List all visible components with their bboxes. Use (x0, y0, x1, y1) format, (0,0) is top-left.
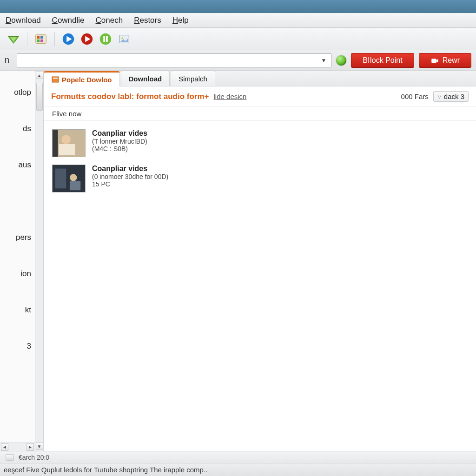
item-title: Coanpliar vides (92, 129, 147, 138)
address-input-wrap[interactable]: ▼ (17, 53, 331, 67)
scroll-right-icon[interactable]: ► (26, 443, 34, 451)
rewr-button[interactable]: Rewr (419, 53, 471, 68)
tab-popelc-dowloo[interactable]: Popelc Dowloo (44, 71, 120, 86)
statusbar-lower: eeşcef Five Quplut ledols for Tuıtube sh… (0, 463, 476, 476)
svg-point-26 (70, 174, 77, 181)
item-line2: (M4C : S0B) (92, 145, 147, 152)
menu-help[interactable]: HelpHelp (172, 16, 189, 25)
svg-rect-5 (37, 39, 40, 42)
sidebar-item-label: otlop (14, 88, 31, 97)
toolbar-separator (27, 32, 27, 46)
tab-label: Download (129, 75, 162, 83)
menu-cowndlie[interactable]: CowndlieCowndlie (52, 16, 85, 25)
item-line1: (T lonner MrucIBD) (92, 138, 147, 145)
sidebar-item-3[interactable] (0, 193, 35, 209)
menu-restors[interactable]: RestorsRestors (134, 16, 161, 25)
svg-rect-19 (53, 78, 58, 79)
svg-rect-27 (70, 181, 80, 190)
scroll-left-icon[interactable]: ◄ (1, 443, 8, 451)
sidebar-item-label: ds (23, 124, 31, 133)
dack-label: dack 3 (444, 93, 464, 100)
main-panel: Popelc Dowloo Download Simpalch Formutts… (44, 71, 476, 451)
sidebar-item-0[interactable]: otlop (0, 85, 35, 100)
record-icon[interactable] (80, 32, 94, 46)
sidebar-item-7[interactable]: 3 (0, 338, 35, 354)
list-item[interactable]: Coanpliar vides (0 inomoer 30dhe for 00D… (50, 161, 469, 196)
menu-conech[interactable]: ConechConech (96, 16, 123, 25)
rewr-label: Rewr (443, 56, 460, 65)
download-arrow-icon[interactable] (7, 32, 20, 46)
sidebar-item-1[interactable]: ds (0, 121, 35, 137)
svg-rect-13 (106, 36, 108, 42)
list-item[interactable]: Coanpliar vides (T lonner MrucIBD) (M4C … (50, 126, 469, 161)
svg-rect-23 (53, 130, 58, 157)
item-line2: 15 PC (92, 180, 168, 188)
thumbnail (52, 165, 86, 192)
tab-label: Popelc Dowloo (62, 76, 112, 84)
video-list: Coanpliar vides (T lonner MrucIBD) (M4C … (44, 121, 476, 201)
sidebar-item-label: aus (19, 160, 31, 170)
scroll-down-icon[interactable]: ▼ (36, 443, 43, 450)
hide-design-link[interactable]: lide desicn (214, 93, 247, 100)
sidebar-item-4[interactable]: pers (0, 230, 35, 245)
sidebar-scrollbar[interactable]: ▲ ▼ (35, 71, 44, 451)
address-label: n (5, 55, 12, 65)
tab-label: Simpalch (178, 75, 207, 83)
svg-rect-16 (431, 59, 436, 63)
tab-download[interactable]: Download (121, 71, 170, 86)
chevron-down-icon: ▽ (437, 93, 441, 99)
svg-point-11 (100, 33, 111, 44)
svg-rect-4 (40, 36, 43, 39)
menu-download[interactable]: DDownloadownload (6, 16, 41, 25)
scroll-thumb[interactable] (36, 83, 43, 111)
svg-rect-22 (59, 144, 75, 155)
titlebar (0, 0, 476, 13)
block-point-button[interactable]: BIIock Point (351, 53, 414, 68)
address-bar: n ▼ BIIock Point Rewr (0, 50, 476, 71)
toolbar (0, 28, 476, 50)
svg-point-21 (61, 135, 70, 144)
block-point-label: BIIock Point (363, 56, 402, 65)
sidebar-hscroll[interactable]: ◄ ► (0, 443, 35, 451)
image-icon[interactable] (117, 32, 131, 46)
address-input[interactable] (20, 56, 319, 64)
svg-point-15 (121, 37, 123, 39)
sidebar-item-6[interactable]: kt (0, 302, 35, 318)
sidebar: otlop ds aus pers ion kt 3 ◄ ► (0, 71, 35, 451)
dack-dropdown[interactable]: ▽ dack 3 (433, 91, 469, 102)
tab-sirmpalch[interactable]: Simpalch (171, 71, 215, 86)
fars-count: 000 Fars (401, 93, 429, 100)
sidebar-item-label: 3 (27, 342, 31, 351)
svg-rect-25 (55, 169, 66, 189)
sidebar-item-label: pers (16, 233, 31, 242)
sidebar-item-5[interactable]: ion (0, 266, 35, 282)
toolbar-separator-2 (54, 32, 55, 46)
list-header: Flive now (44, 107, 476, 121)
svg-rect-12 (103, 36, 105, 42)
sidebar-item-label: ion (20, 269, 31, 278)
statusbar-upper: €arch 20:0 (0, 451, 476, 463)
scroll-up-icon[interactable]: ▲ (36, 72, 43, 79)
address-dropdown-icon[interactable]: ▼ (319, 57, 328, 64)
statusbar-grip-icon (6, 454, 14, 461)
item-line1: (0 inomoer 30dhe for 00D) (92, 173, 168, 180)
item-title: Coanpliar vides (92, 165, 168, 173)
pause-icon[interactable] (99, 32, 112, 46)
subheader-title: Formutts coodov labl: formot audio form+ (51, 92, 209, 101)
svg-rect-18 (52, 77, 59, 82)
tab-icon (52, 76, 59, 83)
statusbar-time: €arch 20:0 (19, 454, 49, 461)
tabs: Popelc Dowloo Download Simpalch (44, 71, 476, 86)
sidebar-item-2[interactable]: aus (0, 157, 35, 173)
sidebar-item-label: kt (25, 305, 31, 315)
thumbnail (52, 129, 86, 157)
menubar: DDownloadownload CowndlieCowndlie Conech… (0, 13, 476, 28)
camera-icon (430, 56, 439, 65)
statusbar-text: eeşcef Five Quplut ledols for Tuıtube sh… (4, 466, 207, 474)
status-dot-icon (336, 55, 346, 66)
svg-marker-17 (436, 59, 438, 63)
play-icon[interactable] (61, 32, 75, 46)
palette-icon[interactable] (34, 32, 48, 46)
svg-rect-3 (37, 36, 40, 39)
subheader: Formutts coodov labl: formot audio form+… (44, 86, 476, 107)
